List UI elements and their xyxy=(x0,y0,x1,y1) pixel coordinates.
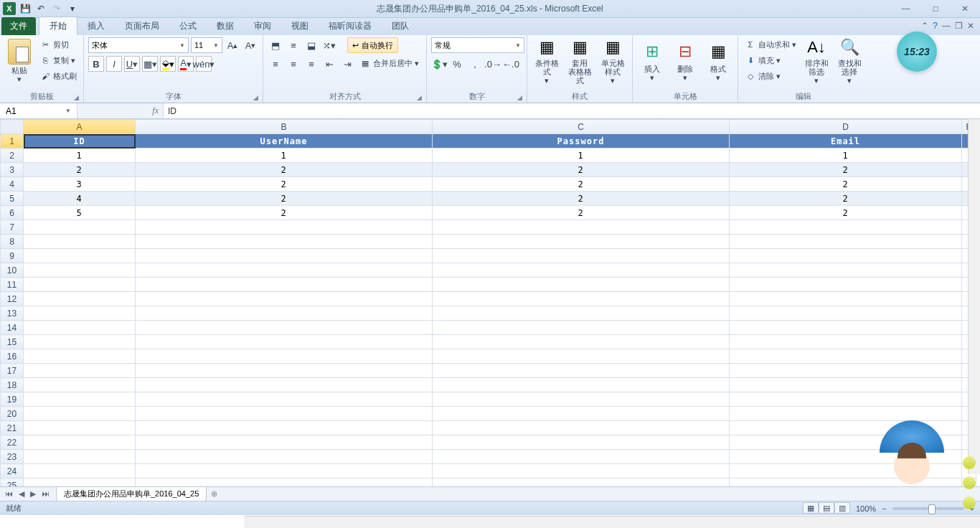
row-header[interactable]: 6 xyxy=(1,206,24,220)
cell[interactable] xyxy=(730,464,962,478)
cell[interactable] xyxy=(433,249,730,263)
cell[interactable]: 5 xyxy=(24,206,136,220)
cut-button[interactable]: ✂剪切 xyxy=(37,37,79,52)
row-header[interactable]: 21 xyxy=(1,421,24,435)
cell[interactable] xyxy=(24,306,136,321)
font-color-button[interactable]: A▾ xyxy=(178,56,194,72)
cell[interactable] xyxy=(730,335,962,349)
row-header[interactable]: 22 xyxy=(1,435,24,450)
row-header[interactable]: 7 xyxy=(1,220,24,235)
row-header[interactable]: 10 xyxy=(1,263,24,278)
close-button[interactable]: ✕ xyxy=(957,4,973,14)
cell[interactable] xyxy=(136,378,433,392)
decrease-indent-button[interactable]: ⇤ xyxy=(321,56,337,72)
align-center-button[interactable]: ≡ xyxy=(286,56,301,72)
column-header[interactable]: D xyxy=(730,120,962,134)
cell[interactable] xyxy=(433,450,730,464)
row-header[interactable]: 3 xyxy=(1,163,24,177)
cell[interactable] xyxy=(730,349,962,364)
cell[interactable]: 2 xyxy=(136,206,433,220)
increase-indent-button[interactable]: ⇥ xyxy=(339,56,355,72)
qat-customize-icon[interactable]: ▾ xyxy=(66,2,79,15)
sheet-tab[interactable]: 志晟集团办公用品申购单_2016_04_25 xyxy=(56,487,207,501)
accounting-format-button[interactable]: 💲▾ xyxy=(431,56,447,72)
cell[interactable] xyxy=(136,464,433,478)
align-top-button[interactable]: ⬒ xyxy=(268,37,283,53)
tab-审阅[interactable]: 审阅 xyxy=(244,17,281,35)
conditional-format-button[interactable]: ▦条件格式▾ xyxy=(532,37,562,85)
cell[interactable] xyxy=(433,392,730,407)
cell[interactable] xyxy=(730,392,962,407)
cell[interactable] xyxy=(433,278,730,292)
cell[interactable] xyxy=(136,321,433,335)
dialog-launcher-icon[interactable]: ◢ xyxy=(74,94,79,101)
cell[interactable] xyxy=(962,478,976,487)
cell[interactable] xyxy=(730,249,962,263)
cell[interactable] xyxy=(24,349,136,364)
cell[interactable] xyxy=(136,478,433,487)
row-header[interactable]: 5 xyxy=(1,192,24,206)
row-header[interactable]: 1 xyxy=(1,134,24,148)
cell[interactable] xyxy=(24,249,136,263)
zoom-in-button[interactable]: + xyxy=(970,504,974,513)
cell[interactable] xyxy=(24,220,136,235)
cell[interactable] xyxy=(433,478,730,487)
cell[interactable] xyxy=(136,292,433,306)
cell[interactable] xyxy=(136,392,433,407)
font-size-select[interactable]: 11▼ xyxy=(191,37,222,53)
cell[interactable] xyxy=(24,407,136,421)
ribbon-minimize-icon[interactable]: ⌃ xyxy=(921,21,928,31)
cell[interactable] xyxy=(136,364,433,378)
orientation-button[interactable]: ⤭▾ xyxy=(321,37,337,53)
cell[interactable] xyxy=(24,335,136,349)
cell[interactable] xyxy=(730,292,962,306)
sheet-first-button[interactable]: ⏮ xyxy=(3,489,15,499)
cell[interactable] xyxy=(24,392,136,407)
column-header[interactable]: A xyxy=(24,120,136,134)
number-format-select[interactable]: 常规▼ xyxy=(431,37,524,53)
format-cells-button[interactable]: ▦格式▾ xyxy=(703,37,733,85)
align-bottom-button[interactable]: ⬓ xyxy=(303,37,319,53)
cell[interactable] xyxy=(730,478,962,487)
page-break-view-button[interactable]: ▥ xyxy=(834,502,850,514)
cell[interactable] xyxy=(433,407,730,421)
percent-format-button[interactable]: % xyxy=(449,56,465,72)
shrink-font-button[interactable]: A▾ xyxy=(242,37,258,53)
dialog-launcher-icon[interactable]: ◢ xyxy=(253,94,258,101)
ribbon-help-icon[interactable]: ? xyxy=(933,21,938,31)
row-header[interactable]: 17 xyxy=(1,364,24,378)
row-header[interactable]: 12 xyxy=(1,292,24,306)
tab-公式[interactable]: 公式 xyxy=(169,17,207,35)
tab-视图[interactable]: 视图 xyxy=(281,17,319,35)
row-header[interactable]: 19 xyxy=(1,392,24,407)
cell[interactable] xyxy=(433,306,730,321)
cell[interactable]: 2 xyxy=(136,177,433,192)
clear-button[interactable]: ◇清除 ▾ xyxy=(743,69,798,83)
tab-页面布局[interactable]: 页面布局 xyxy=(115,17,169,35)
cell[interactable] xyxy=(433,349,730,364)
cell[interactable] xyxy=(136,435,433,450)
autosum-button[interactable]: Σ自动求和 ▾ xyxy=(743,37,798,52)
decrease-decimal-button[interactable]: ←.0 xyxy=(503,56,519,72)
row-header[interactable]: 18 xyxy=(1,378,24,392)
horizontal-scrollbar[interactable] xyxy=(244,516,980,528)
workbook-minimize-icon[interactable]: ― xyxy=(942,21,951,31)
align-middle-button[interactable]: ≡ xyxy=(286,37,301,53)
tab-file[interactable]: 文件 xyxy=(1,17,36,35)
column-header[interactable]: C xyxy=(433,120,730,134)
workbook-restore-icon[interactable]: ❐ xyxy=(955,21,963,31)
cell[interactable] xyxy=(433,292,730,306)
tab-数据[interactable]: 数据 xyxy=(207,17,244,35)
cell[interactable] xyxy=(730,378,962,392)
fx-icon[interactable]: fx xyxy=(152,105,159,116)
cell[interactable] xyxy=(24,321,136,335)
cell[interactable]: 1 xyxy=(433,148,730,163)
row-header[interactable]: 13 xyxy=(1,306,24,321)
cell[interactable]: 1 xyxy=(730,148,962,163)
cell[interactable] xyxy=(730,450,962,464)
row-header[interactable]: 23 xyxy=(1,450,24,464)
row-header[interactable]: 4 xyxy=(1,177,24,192)
format-painter-button[interactable]: 🖌格式刷 xyxy=(37,69,79,83)
copy-button[interactable]: ⎘复制 ▾ xyxy=(37,53,79,67)
font-name-select[interactable]: 宋体▼ xyxy=(88,37,189,53)
